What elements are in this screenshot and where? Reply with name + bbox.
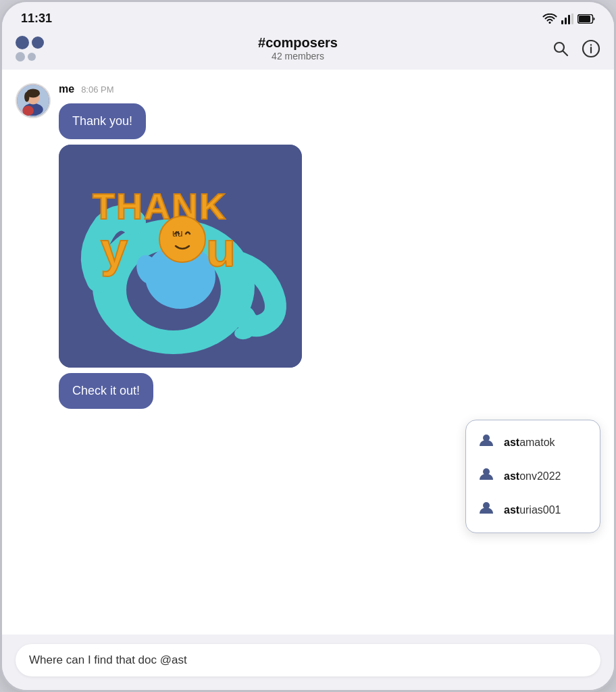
message-group: me 8:06 PM Thank you! xyxy=(16,83,600,409)
message-time: 8:06 PM xyxy=(81,84,113,95)
phone-frame: 11:31 xyxy=(0,0,616,692)
ac-highlight-2: ast xyxy=(504,504,519,516)
sender-name: me xyxy=(59,83,74,95)
user-icon-1 xyxy=(478,466,494,487)
avatar-image xyxy=(17,84,49,117)
autocomplete-item-2[interactable]: asturias001 xyxy=(466,493,600,527)
header-title: #composers 42 members xyxy=(44,35,552,61)
status-time: 11:31 xyxy=(21,11,52,26)
svg-text:y: y xyxy=(101,222,128,276)
wifi-icon xyxy=(542,14,557,24)
ac-rest-1: onv2022 xyxy=(519,470,561,482)
autocomplete-username-0: astamatok xyxy=(504,437,555,449)
avatar-dot-1 xyxy=(16,36,29,49)
svg-line-8 xyxy=(563,51,568,55)
svg-point-17 xyxy=(24,92,29,102)
avatar-dot-2 xyxy=(32,36,44,49)
info-button[interactable] xyxy=(582,39,600,58)
header-actions xyxy=(552,39,600,58)
svg-rect-6 xyxy=(579,16,590,22)
svg-point-0 xyxy=(549,22,551,24)
user-icon-0 xyxy=(478,432,494,453)
autocomplete-item-1[interactable]: astonv2022 xyxy=(466,460,600,493)
autocomplete-username-2: asturias001 xyxy=(504,504,561,516)
group-avatar-icon xyxy=(16,36,44,61)
sticker-bubble: THANK y uu xyxy=(59,145,302,368)
svg-point-14 xyxy=(22,105,34,116)
svg-rect-3 xyxy=(568,15,570,24)
search-icon xyxy=(552,40,569,57)
channel-name: #composers xyxy=(44,35,552,51)
member-count: 42 members xyxy=(44,51,552,61)
user-avatar xyxy=(16,83,51,118)
person-icon-2 xyxy=(478,500,494,516)
ac-highlight-1: ast xyxy=(504,470,519,482)
ac-rest-2: urias001 xyxy=(519,504,561,516)
check-it-out-bubble: Check it out! xyxy=(59,373,153,409)
svg-text:uu: uu xyxy=(172,228,183,239)
person-icon-1 xyxy=(478,466,494,483)
signal-icon xyxy=(561,14,573,24)
avatar-dot-4 xyxy=(28,53,36,61)
svg-point-27 xyxy=(159,216,205,262)
message-meta: me 8:06 PM xyxy=(59,83,302,95)
header: #composers 42 members xyxy=(2,30,614,70)
status-icons xyxy=(542,14,595,24)
svg-rect-4 xyxy=(571,14,573,24)
thank-you-sticker: THANK y uu xyxy=(59,145,302,368)
thank-you-bubble: Thank you! xyxy=(59,103,146,139)
svg-rect-1 xyxy=(561,20,563,24)
user-icon-2 xyxy=(478,500,494,520)
message-input[interactable] xyxy=(16,644,600,676)
autocomplete-username-1: astonv2022 xyxy=(504,470,561,483)
input-area xyxy=(2,635,614,690)
chat-area: me 8:06 PM Thank you! xyxy=(2,70,614,635)
autocomplete-dropdown: astamatok astonv2022 xyxy=(465,420,600,533)
messages-column: me 8:06 PM Thank you! xyxy=(59,83,302,409)
info-icon xyxy=(582,39,600,58)
search-button[interactable] xyxy=(552,40,569,57)
autocomplete-item-0[interactable]: astamatok xyxy=(466,426,600,460)
avatar-dot-3 xyxy=(16,52,25,61)
avatar-svg xyxy=(17,83,49,118)
ac-highlight-0: ast xyxy=(504,437,519,448)
battery-icon xyxy=(578,14,595,24)
svg-point-11 xyxy=(590,44,592,45)
ac-rest-0: amatok xyxy=(519,437,555,448)
svg-rect-2 xyxy=(565,18,567,24)
person-icon-0 xyxy=(478,432,494,449)
svg-text:u: u xyxy=(206,222,236,276)
status-bar: 11:31 xyxy=(2,2,614,30)
svg-text:THANK: THANK xyxy=(93,186,227,226)
